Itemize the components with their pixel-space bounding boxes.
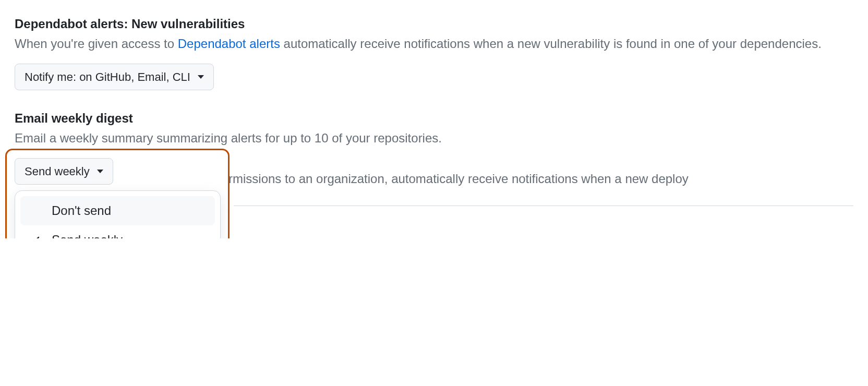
dropdown-item-send-weekly[interactable]: Send weekly — [20, 225, 215, 238]
dependabot-alerts-link[interactable]: Dependabot alerts — [178, 37, 280, 51]
partial-next-section-description: rmissions to an organization, automatica… — [15, 170, 853, 188]
section-divider — [234, 206, 853, 206]
send-frequency-dropdown-button[interactable]: Send weekly — [15, 158, 113, 185]
digest-dropdown-wrapper: Send weekly Don't send Send weekly Send … — [15, 158, 113, 185]
dependabot-alerts-description: When you're given access to Dependabot a… — [15, 34, 853, 53]
send-frequency-button-label: Send weekly — [25, 163, 90, 180]
caret-down-icon — [97, 170, 103, 173]
dependabot-alerts-title: Dependabot alerts: New vulnerabilities — [15, 17, 853, 31]
dropdown-item-dont-send[interactable]: Don't send — [20, 196, 215, 225]
notify-me-button-label: Notify me: on GitHub, Email, CLI — [25, 68, 190, 86]
send-frequency-dropdown-menu: Don't send Send weekly Send daily — [15, 190, 221, 238]
desc-text-after: automatically receive notifications when… — [280, 37, 822, 51]
dependabot-alerts-section: Dependabot alerts: New vulnerabilities W… — [15, 17, 853, 90]
caret-down-icon — [198, 75, 204, 79]
dropdown-item-label: Send weekly — [52, 233, 123, 238]
check-icon — [30, 235, 40, 238]
dropdown-item-label: Don't send — [52, 203, 111, 218]
desc-text-before: When you're given access to — [15, 37, 178, 51]
check-slot — [30, 235, 52, 238]
email-weekly-digest-title: Email weekly digest — [15, 111, 853, 126]
notify-me-dropdown-button[interactable]: Notify me: on GitHub, Email, CLI — [15, 64, 214, 90]
email-weekly-digest-description: Email a weekly summary summarizing alert… — [15, 129, 853, 148]
